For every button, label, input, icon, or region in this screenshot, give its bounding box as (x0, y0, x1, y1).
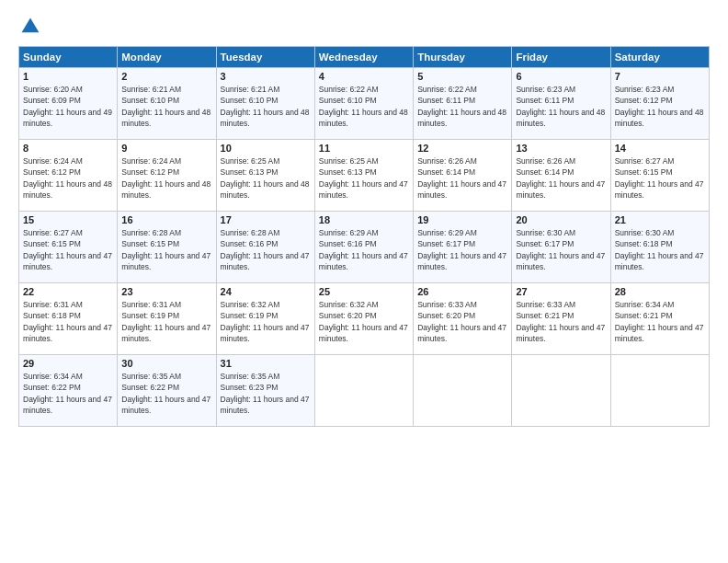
calendar-table: Sunday Monday Tuesday Wednesday Thursday… (18, 46, 710, 427)
day-info: Sunrise: 6:33 AMSunset: 6:20 PMDaylight:… (417, 300, 506, 343)
day-number: 29 (23, 358, 113, 369)
day-info: Sunrise: 6:27 AMSunset: 6:15 PMDaylight:… (615, 156, 704, 200)
calendar-cell (314, 355, 413, 427)
calendar-cell: 1 Sunrise: 6:20 AMSunset: 6:09 PMDayligh… (19, 68, 118, 140)
day-number: 28 (615, 286, 705, 297)
day-number: 6 (516, 71, 606, 82)
calendar-cell: 19 Sunrise: 6:29 AMSunset: 6:17 PMDaylig… (414, 212, 512, 283)
calendar-cell: 10 Sunrise: 6:25 AMSunset: 6:13 PMDaylig… (216, 140, 314, 212)
day-number: 15 (23, 214, 113, 225)
calendar-cell: 16 Sunrise: 6:28 AMSunset: 6:15 PMDaylig… (118, 212, 216, 283)
day-number: 4 (319, 71, 409, 82)
day-info: Sunrise: 6:22 AMSunset: 6:10 PMDaylight:… (319, 85, 408, 128)
calendar-cell: 28 Sunrise: 6:34 AMSunset: 6:21 PMDaylig… (610, 283, 709, 355)
calendar-cell: 31 Sunrise: 6:35 AMSunset: 6:23 PMDaylig… (216, 355, 314, 427)
day-number: 7 (615, 71, 705, 82)
day-number: 9 (121, 143, 211, 154)
day-info: Sunrise: 6:30 AMSunset: 6:18 PMDaylight:… (615, 228, 704, 271)
header-row: Sunday Monday Tuesday Wednesday Thursday… (19, 47, 710, 68)
calendar-cell: 3 Sunrise: 6:21 AMSunset: 6:10 PMDayligh… (216, 68, 314, 140)
day-number: 10 (221, 143, 311, 154)
day-info: Sunrise: 6:21 AMSunset: 6:10 PMDaylight:… (121, 85, 210, 128)
calendar-week-row: 15 Sunrise: 6:27 AMSunset: 6:15 PMDaylig… (19, 212, 710, 283)
day-info: Sunrise: 6:23 AMSunset: 6:12 PMDaylight:… (615, 85, 704, 128)
day-info: Sunrise: 6:30 AMSunset: 6:17 PMDaylight:… (516, 228, 605, 271)
calendar-week-row: 22 Sunrise: 6:31 AMSunset: 6:18 PMDaylig… (19, 283, 710, 355)
header (18, 17, 710, 37)
day-info: Sunrise: 6:23 AMSunset: 6:11 PMDaylight:… (516, 85, 605, 128)
calendar-week-row: 29 Sunrise: 6:34 AMSunset: 6:22 PMDaylig… (19, 355, 710, 427)
day-info: Sunrise: 6:33 AMSunset: 6:21 PMDaylight:… (516, 300, 605, 343)
day-number: 23 (121, 286, 211, 297)
calendar-cell: 22 Sunrise: 6:31 AMSunset: 6:18 PMDaylig… (19, 283, 118, 355)
calendar-cell: 25 Sunrise: 6:32 AMSunset: 6:20 PMDaylig… (314, 283, 413, 355)
day-number: 18 (319, 214, 409, 225)
day-info: Sunrise: 6:35 AMSunset: 6:22 PMDaylight:… (121, 372, 210, 415)
day-number: 3 (221, 71, 311, 82)
calendar-cell: 4 Sunrise: 6:22 AMSunset: 6:10 PMDayligh… (314, 68, 413, 140)
calendar-cell: 24 Sunrise: 6:32 AMSunset: 6:19 PMDaylig… (216, 283, 314, 355)
calendar-cell: 27 Sunrise: 6:33 AMSunset: 6:21 PMDaylig… (512, 283, 610, 355)
logo (18, 17, 44, 37)
calendar-cell: 6 Sunrise: 6:23 AMSunset: 6:11 PMDayligh… (512, 68, 610, 140)
day-info: Sunrise: 6:32 AMSunset: 6:20 PMDaylight:… (319, 300, 408, 343)
day-info: Sunrise: 6:21 AMSunset: 6:10 PMDaylight:… (221, 85, 310, 128)
calendar-cell: 9 Sunrise: 6:24 AMSunset: 6:12 PMDayligh… (118, 140, 216, 212)
calendar-cell: 8 Sunrise: 6:24 AMSunset: 6:12 PMDayligh… (19, 140, 118, 212)
day-number: 14 (615, 143, 705, 154)
day-info: Sunrise: 6:31 AMSunset: 6:19 PMDaylight:… (121, 300, 210, 343)
day-info: Sunrise: 6:29 AMSunset: 6:17 PMDaylight:… (417, 228, 506, 271)
col-monday: Monday (118, 47, 216, 68)
col-friday: Friday (512, 47, 610, 68)
day-number: 27 (516, 286, 606, 297)
col-thursday: Thursday (414, 47, 512, 68)
day-number: 21 (615, 214, 705, 225)
col-tuesday: Tuesday (216, 47, 314, 68)
calendar-cell: 30 Sunrise: 6:35 AMSunset: 6:22 PMDaylig… (118, 355, 216, 427)
calendar-cell: 13 Sunrise: 6:26 AMSunset: 6:14 PMDaylig… (512, 140, 610, 212)
day-info: Sunrise: 6:32 AMSunset: 6:19 PMDaylight:… (221, 300, 310, 343)
day-info: Sunrise: 6:27 AMSunset: 6:15 PMDaylight:… (23, 228, 112, 271)
day-number: 16 (121, 214, 211, 225)
day-info: Sunrise: 6:31 AMSunset: 6:18 PMDaylight:… (23, 300, 112, 343)
calendar-cell (610, 355, 709, 427)
calendar-cell: 20 Sunrise: 6:30 AMSunset: 6:17 PMDaylig… (512, 212, 610, 283)
day-number: 13 (516, 143, 606, 154)
calendar-cell (512, 355, 610, 427)
day-info: Sunrise: 6:25 AMSunset: 6:13 PMDaylight:… (319, 156, 408, 200)
calendar-page: Sunday Monday Tuesday Wednesday Thursday… (0, 0, 728, 563)
day-info: Sunrise: 6:20 AMSunset: 6:09 PMDaylight:… (23, 85, 112, 128)
day-info: Sunrise: 6:34 AMSunset: 6:22 PMDaylight:… (23, 372, 112, 415)
calendar-cell: 11 Sunrise: 6:25 AMSunset: 6:13 PMDaylig… (314, 140, 413, 212)
calendar-cell: 26 Sunrise: 6:33 AMSunset: 6:20 PMDaylig… (414, 283, 512, 355)
day-number: 31 (221, 358, 311, 369)
day-number: 12 (417, 143, 507, 154)
day-info: Sunrise: 6:35 AMSunset: 6:23 PMDaylight:… (221, 372, 310, 415)
day-info: Sunrise: 6:24 AMSunset: 6:12 PMDaylight:… (121, 156, 210, 200)
day-number: 26 (417, 286, 507, 297)
day-number: 2 (121, 71, 211, 82)
day-info: Sunrise: 6:24 AMSunset: 6:12 PMDaylight:… (23, 156, 112, 200)
day-number: 17 (221, 214, 311, 225)
day-info: Sunrise: 6:25 AMSunset: 6:13 PMDaylight:… (221, 156, 310, 200)
calendar-cell: 17 Sunrise: 6:28 AMSunset: 6:16 PMDaylig… (216, 212, 314, 283)
day-info: Sunrise: 6:22 AMSunset: 6:11 PMDaylight:… (417, 85, 506, 128)
calendar-cell: 2 Sunrise: 6:21 AMSunset: 6:10 PMDayligh… (118, 68, 216, 140)
svg-marker-0 (22, 18, 40, 33)
calendar-cell: 15 Sunrise: 6:27 AMSunset: 6:15 PMDaylig… (19, 212, 118, 283)
day-info: Sunrise: 6:26 AMSunset: 6:14 PMDaylight:… (516, 156, 605, 200)
calendar-cell: 14 Sunrise: 6:27 AMSunset: 6:15 PMDaylig… (610, 140, 709, 212)
col-saturday: Saturday (610, 47, 709, 68)
calendar-cell: 21 Sunrise: 6:30 AMSunset: 6:18 PMDaylig… (610, 212, 709, 283)
day-info: Sunrise: 6:28 AMSunset: 6:15 PMDaylight:… (121, 228, 210, 271)
calendar-week-row: 1 Sunrise: 6:20 AMSunset: 6:09 PMDayligh… (19, 68, 710, 140)
day-number: 5 (417, 71, 507, 82)
calendar-cell: 5 Sunrise: 6:22 AMSunset: 6:11 PMDayligh… (414, 68, 512, 140)
calendar-cell: 29 Sunrise: 6:34 AMSunset: 6:22 PMDaylig… (19, 355, 118, 427)
day-number: 30 (121, 358, 211, 369)
day-number: 25 (319, 286, 409, 297)
day-info: Sunrise: 6:26 AMSunset: 6:14 PMDaylight:… (417, 156, 506, 200)
day-number: 22 (23, 286, 113, 297)
day-number: 20 (516, 214, 606, 225)
calendar-cell: 23 Sunrise: 6:31 AMSunset: 6:19 PMDaylig… (118, 283, 216, 355)
